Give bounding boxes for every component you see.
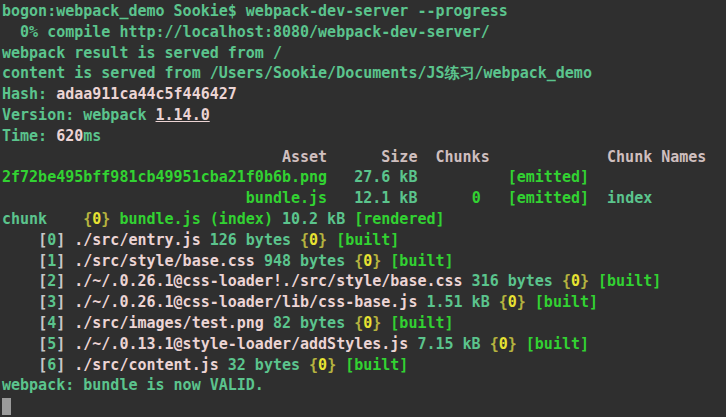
terminal-line: [6] ./src/content.js 32 bytes {0} [built… bbox=[2, 355, 726, 376]
text-segment: [built] bbox=[390, 314, 453, 332]
text-segment: ] bbox=[56, 231, 65, 249]
text-segment: 0 bbox=[318, 356, 327, 374]
text-segment bbox=[2, 293, 38, 311]
text-segment: 10.2 kB bbox=[273, 210, 354, 228]
text-segment bbox=[2, 356, 38, 374]
terminal-line: Asset Size Chunks Chunk Names bbox=[2, 147, 726, 168]
text-segment: 1.14.0 bbox=[156, 106, 210, 124]
terminal-line: [3] ./~/.0.26.1@css-loader/lib/css-base.… bbox=[2, 292, 726, 313]
text-segment: Hash: bbox=[2, 85, 56, 103]
text-segment: { bbox=[499, 293, 508, 311]
text-segment: 5 bbox=[47, 335, 56, 353]
text-segment: [built] bbox=[598, 272, 661, 290]
text-segment: } bbox=[372, 252, 381, 270]
text-segment: ] bbox=[56, 293, 65, 311]
text-segment: { bbox=[300, 231, 309, 249]
terminal-cursor bbox=[2, 398, 11, 415]
text-segment: } bbox=[517, 293, 526, 311]
text-segment: ./src/entry.js bbox=[74, 231, 200, 249]
text-segment: 620 bbox=[56, 127, 83, 145]
terminal-line: bogon:webpack_demo Sookie$ webpack-dev-s… bbox=[2, 1, 726, 22]
text-segment: { bbox=[83, 210, 92, 228]
text-segment: 7.15 kB bbox=[408, 335, 489, 353]
text-segment: webpack result is served from / bbox=[2, 44, 282, 62]
text-segment bbox=[65, 252, 74, 270]
text-segment: [built] bbox=[526, 335, 589, 353]
text-segment: 0 bbox=[571, 272, 580, 290]
text-segment bbox=[589, 272, 598, 290]
text-segment: { bbox=[309, 356, 318, 374]
text-segment: 0 bbox=[309, 231, 318, 249]
text-segment bbox=[65, 335, 74, 353]
terminal-line: webpack result is served from / bbox=[2, 43, 726, 64]
terminal-line: [2] ./~/.0.26.1@css-loader!./src/style/b… bbox=[2, 271, 726, 292]
text-segment: ] bbox=[56, 314, 65, 332]
text-segment: 0 bbox=[92, 210, 101, 228]
text-segment: adaa911ca44c5f446427 bbox=[56, 85, 237, 103]
text-segment: 82 bytes bbox=[264, 314, 354, 332]
terminal-line: [5] ./~/.0.13.1@style-loader/addStyles.j… bbox=[2, 334, 726, 355]
text-segment: } bbox=[580, 272, 589, 290]
text-segment bbox=[2, 335, 38, 353]
text-segment: 1.51 kB bbox=[417, 293, 498, 311]
text-segment: index bbox=[607, 189, 652, 207]
text-segment: 0 bbox=[47, 231, 56, 249]
text-segment: 316 bytes bbox=[463, 272, 562, 290]
terminal-line: [1] ./src/style/base.css 948 bytes {0} [… bbox=[2, 251, 726, 272]
text-segment: Asset Size Chunks Chunk Names bbox=[2, 148, 706, 166]
text-segment: } bbox=[318, 231, 327, 249]
terminal-line bbox=[2, 396, 726, 417]
text-segment bbox=[2, 272, 38, 290]
text-segment: content is served from /Users/Sookie/Doc… bbox=[2, 64, 592, 82]
text-segment: } bbox=[372, 314, 381, 332]
terminal-output[interactable]: bogon:webpack_demo Sookie$ webpack-dev-s… bbox=[0, 0, 726, 417]
terminal-line: [0] ./src/entry.js 126 bytes {0} [built] bbox=[2, 230, 726, 251]
text-segment: 1 bbox=[47, 252, 56, 270]
text-segment: ] bbox=[56, 252, 65, 270]
text-segment: [emitted] bbox=[508, 168, 589, 186]
text-segment: ] bbox=[56, 272, 65, 290]
text-segment bbox=[517, 335, 526, 353]
text-segment: ./~/.0.13.1@style-loader/addStyles.js bbox=[74, 335, 408, 353]
text-segment: [emitted] bbox=[508, 189, 589, 207]
text-segment: [ bbox=[38, 335, 47, 353]
text-segment: 12.1 kB bbox=[327, 189, 472, 207]
text-segment bbox=[65, 356, 74, 374]
text-segment: 948 bytes bbox=[255, 252, 354, 270]
terminal-line: content is served from /Users/Sookie/Doc… bbox=[2, 63, 726, 84]
text-segment: [rendered] bbox=[354, 210, 444, 228]
text-segment: Version: webpack bbox=[2, 106, 156, 124]
terminal-line: Hash: adaa911ca44c5f446427 bbox=[2, 84, 726, 105]
text-segment bbox=[2, 252, 38, 270]
text-segment: [ bbox=[38, 293, 47, 311]
text-segment: 6 bbox=[47, 356, 56, 374]
text-segment bbox=[336, 356, 345, 374]
text-segment: [built] bbox=[345, 356, 408, 374]
text-segment: [built] bbox=[535, 293, 598, 311]
text-segment: 0% compile http://localhost:8080/webpack… bbox=[2, 23, 490, 41]
text-segment: [built] bbox=[336, 231, 399, 249]
text-segment: } bbox=[508, 335, 517, 353]
text-segment: { bbox=[562, 272, 571, 290]
text-segment: 4 bbox=[47, 314, 56, 332]
text-segment: bundle.js bbox=[246, 189, 327, 207]
text-segment: ./~/.0.26.1@css-loader/lib/css-base.js bbox=[74, 293, 417, 311]
text-segment: 3 bbox=[47, 293, 56, 311]
text-segment: 0 bbox=[472, 189, 481, 207]
text-segment bbox=[327, 231, 336, 249]
text-segment: ] bbox=[56, 335, 65, 353]
terminal-line: 2f72be495bff981cb49951cba21f0b6b.png 27.… bbox=[2, 167, 726, 188]
text-segment: ./src/images/test.png bbox=[74, 314, 264, 332]
text-segment: Time: bbox=[2, 127, 56, 145]
text-segment bbox=[65, 272, 74, 290]
text-segment bbox=[589, 189, 607, 207]
text-segment bbox=[2, 189, 246, 207]
text-segment: 2f72be495bff981cb49951cba21f0b6b.png bbox=[2, 168, 327, 186]
text-segment bbox=[526, 293, 535, 311]
terminal-line: webpack: bundle is now VALID. bbox=[2, 375, 726, 396]
text-segment: 0 bbox=[508, 293, 517, 311]
text-segment: webpack: bundle is now VALID. bbox=[2, 376, 264, 394]
terminal-line: 0% compile http://localhost:8080/webpack… bbox=[2, 22, 726, 43]
text-segment: [ bbox=[38, 272, 47, 290]
text-segment: 0 bbox=[363, 314, 372, 332]
